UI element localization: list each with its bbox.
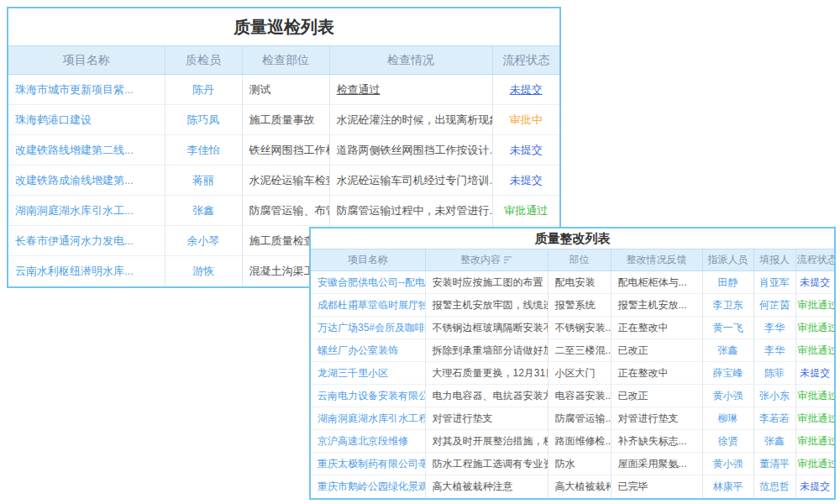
status-badge[interactable]: 审批通过 [798,458,835,470]
column-header: 项目名称 [311,249,425,271]
table-row: 万达广场35#会所及咖啡厅空...不锈钢边框玻璃隔断安装不牢...不锈钢安装..… [311,317,834,339]
project-link[interactable]: 长春市伊通河水力发电... [15,234,134,247]
project-link[interactable]: 云南电力设备安装有限公司20... [318,390,425,402]
status-badge[interactable]: 审批通过 [798,299,835,311]
assignee-link[interactable]: 黄一飞 [713,322,743,333]
inspection-part-cell: 防腐管运输、布管 [242,196,329,226]
assignee-link[interactable]: 黄小强 [713,390,743,402]
column-header: 项目名称 [8,46,165,75]
assignee-link[interactable]: 徐贤 [718,435,738,447]
feedback-cell: 正在整改中 [611,362,702,385]
rectify-content-cell: 安装时应按施工图的布置，将... [425,271,548,294]
feedback-cell: 屋面采用聚氨... [611,453,702,475]
rectify-content-cell: 拆除到承重墙部分请做好加固... [425,339,548,362]
column-header-label: 整改内容 [460,254,501,265]
project-link[interactable]: 云南水利枢纽潜明水库... [15,265,134,277]
status-badge[interactable]: 未提交 [800,367,830,379]
situation-text: 道路两侧铁丝网围挡工作按设计... [337,144,493,156]
reporter-link[interactable]: 陈菲 [764,367,785,379]
feedback-cell: 正在整改中 [611,317,702,339]
reporter-link[interactable]: 李华 [764,322,785,333]
inspection-situation-cell: 水泥砼运输车司机经过专门培训... [329,165,492,196]
status-badge[interactable]: 审批通过 [798,390,835,402]
project-link[interactable]: 重庆太极制药有限公司亳州中... [318,458,425,470]
project-link[interactable]: 珠海鹤港口建设 [15,113,92,126]
inspection-situation-cell: 水泥砼灌注的时候，出现离析现象 [329,105,492,135]
assignee-link[interactable]: 李卫东 [713,299,743,311]
part-cell: 报警系统 [548,294,611,317]
status-badge[interactable]: 未提交 [510,83,543,96]
assignee-link[interactable]: 张鑫 [718,344,738,356]
column-header[interactable]: 整改内容 [425,249,548,271]
project-link[interactable]: 龙湖三千里小区 [318,367,388,379]
table-row: 安徽合肥供电公司--配电设备...安装时应按施工图的布置，将...配电安装配电柜… [311,271,834,294]
column-header-label: 流程状态 [797,254,835,265]
inspector-link[interactable]: 蒋丽 [192,174,214,186]
inspection-situation-cell: 检查通过 [329,75,492,105]
status-badge[interactable]: 未提交 [510,174,543,186]
column-header-label: 填报人 [759,254,790,265]
inspection-situation-cell: 道路两侧铁丝网围挡工作按设计... [329,135,492,165]
project-link[interactable]: 京沪高速北京段维修 [318,435,408,447]
inspection-part-cell: 施工质量事故 [242,105,329,135]
status-badge[interactable]: 未提交 [800,480,830,492]
rectification-table: 项目名称整改内容部位整改情况反馈指派人员填报人流程状态 安徽合肥供电公司--配电… [311,249,834,498]
status-badge[interactable]: 审批通过 [798,412,835,424]
inspector-link[interactable]: 游恢 [192,265,214,277]
status-badge[interactable]: 未提交 [510,144,543,156]
column-header: 填报人 [753,249,795,271]
column-header-label: 指派人员 [708,254,748,265]
project-link[interactable]: 珠海市城市更新项目紫... [15,83,134,96]
status-badge[interactable]: 审批通过 [798,322,835,333]
reporter-link[interactable]: 张鑫 [764,435,785,447]
assignee-link[interactable]: 田静 [718,276,738,288]
feedback-cell: 已改正 [611,339,702,362]
status-badge[interactable]: 审批中 [510,113,543,126]
project-link[interactable]: 湖南洞庭湖水库引水工程施工1标 [318,412,425,424]
inspector-link[interactable]: 李佳怡 [187,144,220,156]
project-link[interactable]: 万达广场35#会所及咖啡厅空... [318,322,425,333]
situation-text: 防腐管运输过程中，未对管进行... [337,204,493,217]
column-header-label: 流程状态 [502,53,549,66]
project-link[interactable]: 湖南洞庭湖水库引水工... [15,204,134,217]
reporter-link[interactable]: 范思哲 [759,480,790,492]
project-link[interactable]: 改建铁路成渝线增建第... [15,174,134,186]
column-header: 指派人员 [702,249,753,271]
inspection-part-cell: 水泥砼运输车检查 [242,165,329,196]
assignee-link[interactable]: 柳琳 [718,412,738,424]
status-badge[interactable]: 未提交 [800,276,830,288]
table-row: 改建铁路线增建第二线...李佳怡铁丝网围挡工作检查道路两侧铁丝网围挡工作按设计.… [8,135,559,165]
table-row: 湖南洞庭湖水库引水工...张鑫防腐管运输、布管防腐管运输过程中，未对管进行...… [8,196,559,226]
project-link[interactable]: 螺丝厂办公室装饰 [318,344,398,356]
reporter-link[interactable]: 李若若 [759,412,790,424]
column-header: 整改情况反馈 [611,249,702,271]
status-badge[interactable]: 审批通过 [504,204,548,217]
reporter-link[interactable]: 何芷茵 [759,299,790,311]
status-badge[interactable]: 审批通过 [798,344,835,356]
assignee-link[interactable]: 薛宝峰 [713,367,743,379]
project-link[interactable]: 重庆市鹅岭公园绿化景观提升... [318,480,425,492]
status-badge[interactable]: 审批通过 [798,435,835,447]
reporter-link[interactable]: 张小东 [759,390,790,402]
feedback-cell: 已改正 [611,385,702,407]
inspector-link[interactable]: 张鑫 [192,204,214,217]
rectification-list-panel: 质量整改列表 项目名称整改内容部位整改情况反馈指派人员填报人流程状态 安徽合肥供… [309,227,836,500]
column-header: 检查部位 [242,46,329,75]
assignee-link[interactable]: 林康平 [713,480,743,492]
project-link[interactable]: 成都杜甫草堂临时展厅独立展... [318,299,425,311]
project-link[interactable]: 安徽合肥供电公司--配电设备... [318,276,425,288]
reporter-link[interactable]: 肖亚军 [759,276,790,288]
table-row: 改建铁路成渝线增建第...蒋丽水泥砼运输车检查水泥砼运输车司机经过专门培训...… [8,165,559,196]
reporter-link[interactable]: 李华 [764,344,785,356]
project-link[interactable]: 改建铁路线增建第二线... [15,144,134,156]
rectification-header-row: 项目名称整改内容部位整改情况反馈指派人员填报人流程状态 [311,249,834,271]
inspector-link[interactable]: 余小琴 [187,234,220,247]
assignee-link[interactable]: 黄小强 [713,458,743,470]
reporter-link[interactable]: 董清平 [759,458,790,470]
part-cell: 防腐管运输... [548,407,611,430]
inspector-link[interactable]: 陈巧凤 [187,113,220,126]
situation-text: 水泥砼灌注的时候，出现离析现象 [337,113,493,126]
column-header: 流程状态 [492,46,559,75]
inspector-link[interactable]: 陈丹 [192,83,214,96]
column-header-label: 检查部位 [262,53,309,66]
